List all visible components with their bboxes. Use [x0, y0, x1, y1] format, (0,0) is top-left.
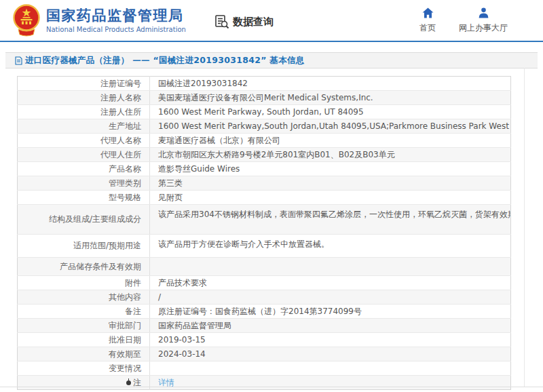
row-value: 美国麦瑞通医疗设备有限公司Merit Medical Systems,Inc.: [150, 91, 511, 105]
breadcrumb: 进口医疗器械产品（注册） —— “国械注进20193031842” 基本信息: [5, 52, 538, 68]
row-value: 1600 West Merit Parkway, South Jordan, U…: [150, 105, 511, 119]
content-bottom-divider: [0, 387, 543, 387]
table-row: 结构及组成/主要组成成分该产品采用304不锈钢材料制成，表面带聚四氟乙烯涂层，一…: [18, 205, 511, 235]
pin-icon: [126, 380, 131, 385]
person-icon: [478, 7, 489, 18]
table-row: 型号规格见附页: [18, 191, 511, 205]
row-label: 结构及组成/主要组成成分: [18, 205, 150, 235]
site-header: 国家药品监督管理局 National Medical Products Admi…: [0, 0, 543, 42]
row-label: 审批部门: [18, 319, 150, 333]
top-nav: 首页 网上办事大厅: [419, 7, 508, 34]
table-row: 注详情: [18, 376, 511, 390]
row-value: 北京市朝阳区东大桥路9号楼2单元801室内B01、B02及B03单元: [150, 148, 511, 162]
table-row: 产品名称造影导丝Guide Wires: [18, 162, 511, 176]
row-value: [150, 361, 511, 376]
nav-service-hall[interactable]: 网上办事大厅: [459, 7, 508, 34]
table-zone: 注册证编号国械注进20193031842注册人名称美国麦瑞通医疗设备有限公司Me…: [0, 76, 543, 390]
row-label: 型号规格: [18, 191, 150, 205]
row-value: 详情: [150, 376, 511, 390]
row-label: 代理人名称: [18, 134, 150, 148]
row-label: 产品储存条件及有效期: [18, 258, 150, 276]
info-table-body: 注册证编号国械注进20193031842注册人名称美国麦瑞通医疗设备有限公司Me…: [18, 77, 511, 390]
row-value: 第三类: [150, 176, 511, 191]
data-query-tab[interactable]: 数据查询: [214, 14, 274, 29]
row-value: 该产品采用304不锈钢材料制成，表面带聚四氟乙烯涂层，一次性使用，环氧乙烷灭菌，…: [150, 205, 511, 235]
row-value: 造影导丝Guide Wires: [150, 162, 511, 176]
table-row: 审批部门国家药品监督管理局: [18, 319, 511, 333]
info-table: 注册证编号国械注进20193031842注册人名称美国麦瑞通医疗设备有限公司Me…: [17, 76, 511, 390]
row-value: 产品技术要求: [150, 276, 511, 290]
table-row: 代理人住所北京市朝阳区东大桥路9号楼2单元801室内B01、B02及B03单元: [18, 148, 511, 162]
row-label: 产品名称: [18, 162, 150, 176]
row-value: 国家药品监督管理局: [150, 319, 511, 333]
row-label: 代理人住所: [18, 148, 150, 162]
table-row: 注册人名称美国麦瑞通医疗设备有限公司Merit Medical Systems,…: [18, 91, 511, 105]
table-row: 变更情况: [18, 361, 511, 376]
row-label: 注册人名称: [18, 91, 150, 105]
row-value: 该产品用于方便在诊断与介入手术中放置器械。: [150, 235, 511, 258]
row-value: 见附页: [150, 191, 511, 205]
row-value: 2019-03-15: [150, 333, 511, 347]
nav-home-label: 首页: [419, 22, 436, 34]
table-row: 注册证编号国械注进20193031842: [18, 77, 511, 91]
row-label: 有效期至: [18, 347, 150, 361]
row-value: 1600 West Merit Parkway,South Jordan,Uta…: [150, 119, 511, 134]
row-label: 批准日期: [18, 333, 150, 347]
row-label: 注册证编号: [18, 77, 150, 91]
table-row: 生产地址1600 West Merit Parkway,South Jordan…: [18, 119, 511, 134]
table-row: 产品储存条件及有效期: [18, 258, 511, 276]
row-label: 生产地址: [18, 119, 150, 134]
table-row: 批准日期2019-03-15: [18, 333, 511, 347]
national-emblem-icon: [12, 3, 41, 37]
data-query-label: 数据查询: [233, 16, 274, 28]
page: 国家药品监督管理局 National Medical Products Admi…: [0, 0, 543, 392]
page-icon: [15, 56, 22, 65]
row-value: [150, 258, 511, 276]
row-label: 适用范围/预期用途: [18, 235, 150, 258]
table-row: 有效期至2024-03-14: [18, 347, 511, 361]
row-label: 附件: [18, 276, 150, 290]
table-row: 适用范围/预期用途该产品用于方便在诊断与介入手术中放置器械。: [18, 235, 511, 258]
document-search-icon: [214, 14, 229, 29]
table-row: 注册人住所1600 West Merit Parkway, South Jord…: [18, 105, 511, 119]
site-logo[interactable]: 国家药品监督管理局 National Medical Products Admi…: [12, 3, 186, 37]
row-label: 管理类别: [18, 176, 150, 191]
table-row: 其他内容/: [18, 290, 511, 305]
table-row: 附件产品技术要求: [18, 276, 511, 290]
nav-home[interactable]: 首页: [419, 7, 436, 34]
content-right-divider: [524, 68, 525, 387]
row-label: 注: [18, 376, 150, 390]
row-value: 麦瑞通医疗器械（北京）有限公司: [150, 134, 511, 148]
detail-link[interactable]: 详情: [158, 378, 174, 387]
table-row: 备注原注册证编号：国食药监械（进）字2014第3774099号: [18, 305, 511, 319]
row-label: 注册人住所: [18, 105, 150, 119]
row-label: 变更情况: [18, 361, 150, 376]
nav-service-hall-label: 网上办事大厅: [459, 22, 508, 34]
row-label: 备注: [18, 305, 150, 319]
site-title: 国家药品监督管理局: [46, 7, 186, 24]
row-value: 2024-03-14: [150, 347, 511, 361]
row-value: /: [150, 290, 511, 305]
table-row: 代理人名称麦瑞通医疗器械（北京）有限公司: [18, 134, 511, 148]
row-value: 原注册证编号：国食药监械（进）字2014第3774099号: [150, 305, 511, 319]
logo-text: 国家药品监督管理局 National Medical Products Admi…: [46, 7, 186, 33]
row-value: 国械注进20193031842: [150, 77, 511, 91]
home-icon: [422, 7, 434, 18]
table-row: 管理类别第三类: [18, 176, 511, 191]
row-label: 其他内容: [18, 290, 150, 305]
breadcrumb-text: 进口医疗器械产品（注册） —— “国械注进20193031842” 基本信息: [25, 55, 305, 66]
site-subtitle: National Medical Products Administration: [46, 26, 186, 33]
